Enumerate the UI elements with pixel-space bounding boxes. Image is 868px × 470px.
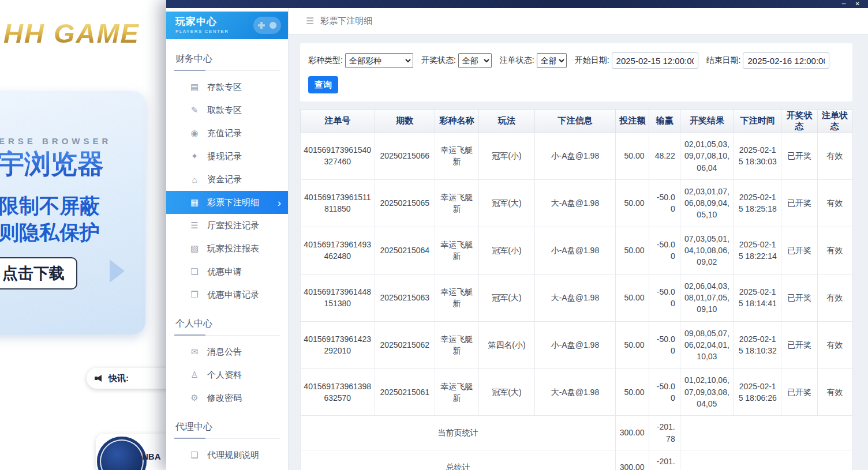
- sidebar-item-agent-rules[interactable]: ❑代理规则说明: [166, 443, 288, 467]
- bets-table: 注单号期数彩种名称玩法下注信息投注额输赢开奖结果下注时间开奖状态注单状态4015…: [300, 109, 852, 470]
- sidebar-item-hall-bet-records[interactable]: ☰厅室投注记录: [166, 214, 288, 237]
- sidebar-item-profile[interactable]: ♙个人资料: [166, 363, 288, 386]
- sidebar-item-label: 优惠申请: [207, 266, 242, 277]
- table-cell: 09,08,05,07,06,02,04,01,10,03: [680, 321, 734, 369]
- hall-bet-record-icon: ☰: [189, 220, 200, 231]
- menu-icon[interactable]: ☰: [306, 16, 314, 27]
- table-cell: 幸运飞艇新: [435, 369, 478, 416]
- sidebar-item-label: 代理规则说明: [207, 450, 259, 461]
- draw-status-select[interactable]: 全部: [458, 53, 492, 68]
- download-button[interactable]: 点击下载: [0, 257, 77, 289]
- table-cell: 已开奖: [781, 227, 817, 274]
- start-date-label: 开始日期:: [575, 55, 609, 66]
- funds-record-icon: ⌂: [189, 175, 200, 185]
- sidebar-item-recharge-records[interactable]: ◉充值记录: [166, 122, 288, 145]
- sidebar-item-promo-apply[interactable]: ❏优惠申请: [166, 260, 288, 283]
- table-cell: 冠军(小): [479, 227, 534, 274]
- summary-bet-total: 300.00: [616, 450, 649, 470]
- column-header: 玩法: [479, 110, 534, 133]
- end-date-input[interactable]: [743, 52, 829, 69]
- table-cell: 有效: [817, 133, 852, 180]
- table-cell: 幸运飞艇新: [435, 227, 478, 274]
- table-cell: 冠军(大): [479, 179, 534, 227]
- table-cell: 50.00: [616, 227, 649, 274]
- table-cell: 冠军(大): [479, 369, 534, 416]
- sidebar-item-label: 厅室投注记录: [207, 220, 259, 231]
- bell-icon: ✉: [189, 347, 200, 357]
- sidebar-section-title: 代理中心: [174, 416, 280, 439]
- table-cell: 2025-02-15 18:25:18: [734, 179, 781, 227]
- bets-table-wrap: 注单号期数彩种名称玩法下注信息投注额输赢开奖结果下注时间开奖状态注单状态4015…: [300, 109, 852, 470]
- table-cell: 小-A盘@1.98: [534, 133, 616, 180]
- table-cell: 01,02,10,06,07,09,03,08,04,05: [680, 369, 734, 416]
- start-date-input[interactable]: [612, 52, 698, 69]
- table-cell: 20250215062: [375, 321, 435, 369]
- column-header: 注单号: [301, 110, 375, 133]
- table-cell: 401569173961511811850: [301, 179, 375, 227]
- lottery-type-label: 彩种类型:: [308, 55, 343, 66]
- lottery-type-select[interactable]: 全部彩种: [345, 53, 413, 68]
- close-icon[interactable]: ✕: [855, 1, 860, 7]
- table-cell: 02,06,04,03,08,01,07,05,09,10: [680, 274, 734, 321]
- site-logo: HH GAME: [3, 17, 140, 49]
- table-cell: 幸运飞艇新: [435, 179, 478, 227]
- table-cell: 50.00: [616, 274, 649, 321]
- column-header: 期数: [375, 110, 435, 133]
- sidebar-section-title: 个人中心: [174, 313, 280, 336]
- table-cell: 2025-02-15 18:06:26: [734, 369, 781, 416]
- table-cell: -50.00: [649, 179, 680, 227]
- table-cell: 2025-02-15 18:10:32: [734, 321, 781, 369]
- sidebar-item-withdraw[interactable]: ✎取款专区: [166, 99, 288, 122]
- sidebar-item-withdrawal-records[interactable]: ✦提现记录: [166, 145, 288, 168]
- sidebar-item-change-password[interactable]: ⚙修改密码: [166, 386, 288, 409]
- bet-status-select[interactable]: 全部: [537, 53, 567, 68]
- query-button[interactable]: 查询: [308, 76, 338, 93]
- column-header: 投注额: [616, 110, 649, 133]
- table-cell: 2025-02-15 18:30:03: [734, 133, 781, 180]
- table-cell: 幸运飞艇新: [435, 274, 478, 321]
- sidebar-item-lottery-bet-details[interactable]: ▦彩票下注明细›: [166, 191, 288, 214]
- bet-status-label: 注单状态:: [500, 55, 534, 66]
- summary-winloss-total: -201.78: [649, 416, 680, 450]
- gear-icon: ⚙: [189, 393, 200, 403]
- banner-line-2: 则隐私保护: [0, 219, 100, 246]
- minimize-icon[interactable]: ─: [842, 1, 846, 7]
- table-cell: 第四名(小): [479, 321, 534, 369]
- sidebar-item-player-bet-report[interactable]: ▧玩家投注报表: [166, 237, 288, 260]
- sidebar-section-title: 财务中心: [174, 48, 280, 71]
- summary-bet-total: 300.00: [616, 416, 649, 450]
- sidebar-item-promo-apply-records[interactable]: ❐优惠申请记录: [166, 283, 288, 306]
- sidebar-item-label: 提现记录: [207, 151, 242, 162]
- sidebar-item-label: 彩票下注明细: [207, 197, 259, 208]
- table-row: 40156917396139863257020250215061幸运飞艇新冠军(…: [301, 369, 852, 416]
- table-cell: 50.00: [616, 321, 649, 369]
- sidebar-item-messages[interactable]: ✉消息公告: [166, 340, 288, 363]
- column-header: 下注时间: [734, 110, 781, 133]
- table-cell: 48.22: [649, 133, 680, 180]
- players-center-window: ─ ✕ 玩家中心 PLAYERS CENTER 财务中心▤存款专区✎取款专区◉充…: [166, 0, 868, 470]
- deposit-card-icon: ▤: [189, 82, 200, 92]
- table-cell: 20250215066: [375, 133, 435, 180]
- sidebar-item-label: 玩家投注报表: [207, 243, 259, 254]
- sidebar-item-label: 存款专区: [207, 82, 242, 93]
- window-titlebar: ─ ✕: [166, 0, 868, 8]
- table-cell: 已开奖: [781, 321, 817, 369]
- user-icon: ♙: [189, 370, 200, 380]
- table-cell: 已开奖: [781, 274, 817, 321]
- withdrawal-record-icon: ✦: [189, 151, 200, 161]
- sidebar-item-label: 优惠申请记录: [207, 289, 259, 300]
- sidebar-item-label: 消息公告: [207, 347, 242, 358]
- promo-apply-icon: ❏: [189, 266, 200, 277]
- column-header: 输赢: [649, 110, 680, 133]
- table-cell: -50.00: [649, 274, 680, 321]
- table-cell: 大-A盘@1.98: [534, 179, 616, 227]
- table-cell: 50.00: [616, 369, 649, 416]
- speaker-icon: [95, 374, 103, 383]
- sidebar-item-agent-team-stats[interactable]: ▥代理团队统计: [166, 467, 288, 470]
- table-cell: 小-A盘@1.98: [534, 227, 616, 274]
- sidebar-item-funds-records[interactable]: ⌂资金记录: [166, 168, 288, 191]
- table-cell: 20250215063: [375, 274, 435, 321]
- table-cell: 有效: [817, 274, 852, 321]
- news-label: 快讯:: [108, 373, 129, 384]
- sidebar-item-deposit[interactable]: ▤存款专区: [166, 76, 288, 99]
